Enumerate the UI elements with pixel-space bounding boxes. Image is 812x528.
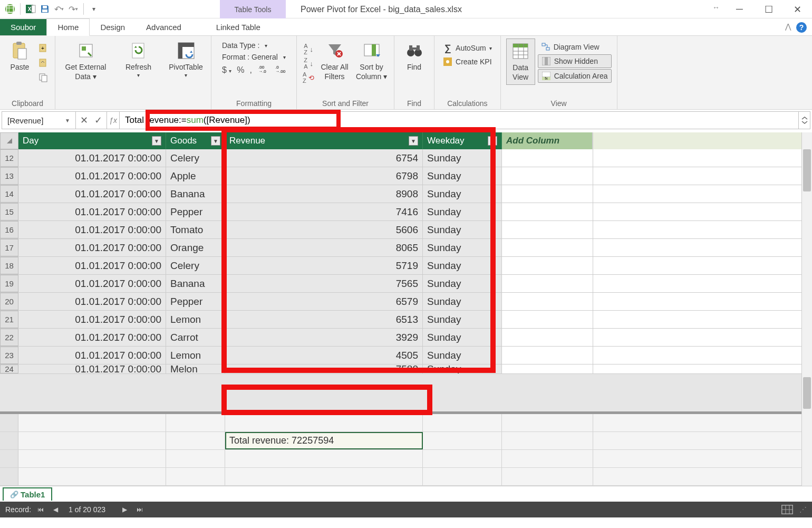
table-row[interactable]: 1501.01.2017 0:00:00Pepper7416Sunday (0, 203, 812, 221)
cell-weekday[interactable]: Sunday (423, 364, 502, 373)
cell-day[interactable]: 01.01.2017 0:00:00 (18, 239, 166, 256)
cell-revenue[interactable]: 6513 (225, 311, 423, 328)
cell-day[interactable]: 01.01.2017 0:00:00 (18, 221, 166, 238)
cell-day[interactable]: 01.01.2017 0:00:00 (18, 293, 166, 310)
cell-goods[interactable]: Carrot (166, 329, 225, 346)
filter-weekday-icon[interactable]: ▼ (488, 136, 497, 146)
redo-icon[interactable]: ↷▾ (67, 3, 79, 15)
cell-add[interactable] (502, 257, 593, 274)
tab-home[interactable]: Home (46, 18, 90, 36)
cell-day[interactable]: 01.01.2017 0:00:00 (18, 275, 166, 292)
cell-revenue[interactable]: 6798 (225, 167, 423, 185)
formula-expand-button[interactable] (798, 112, 810, 129)
row-header[interactable]: 24 (0, 364, 18, 373)
nav-prev-button[interactable]: ◀ (53, 506, 58, 513)
resize-handle-icon[interactable]: ↔ (712, 3, 720, 12)
table-row[interactable]: 2101.01.2017 0:00:00Lemon6513Sunday (0, 311, 812, 329)
cell-revenue[interactable]: 4505 (225, 347, 423, 364)
cell-revenue[interactable]: 7565 (225, 275, 423, 292)
nav-next-button[interactable]: ▶ (122, 506, 127, 513)
save-icon[interactable] (39, 3, 51, 15)
cell-day[interactable]: 01.01.2017 0:00:00 (18, 364, 166, 373)
row-header[interactable]: 13 (0, 167, 18, 185)
cell-goods[interactable]: Celery (166, 257, 225, 274)
cell-weekday[interactable]: Sunday (423, 221, 502, 238)
tab-design[interactable]: Design (90, 19, 136, 35)
table-row[interactable]: 1301.01.2017 0:00:00Apple6798Sunday (0, 167, 812, 185)
filter-goods-icon[interactable]: ▼ (211, 136, 220, 146)
diagram-view-button[interactable]: Diagram View (538, 41, 612, 53)
row-header[interactable]: 23 (0, 347, 18, 364)
currency-button[interactable]: $ ▾ (222, 65, 231, 75)
nav-first-button[interactable]: ⏮ (37, 506, 44, 513)
column-header-weekday[interactable]: Weekday▼ (423, 132, 502, 149)
filter-revenue-icon[interactable]: ▼ (409, 136, 418, 146)
cell-goods[interactable]: Pepper (166, 203, 225, 220)
cell-day[interactable]: 01.01.2017 0:00:00 (18, 203, 166, 220)
qat-customize-icon[interactable]: ▾ (88, 3, 100, 15)
sort-by-column-button[interactable]: Sort by Column ▾ (354, 39, 389, 84)
excel-icon[interactable]: X (25, 3, 36, 15)
cell-add[interactable] (502, 149, 593, 167)
clear-sort-button[interactable]: AZ⟲ (302, 71, 315, 84)
scroll-thumb-calc[interactable] (803, 377, 811, 409)
close-button[interactable]: ✕ (783, 0, 812, 18)
name-box-dropdown-icon[interactable]: ▼ (65, 118, 70, 123)
cell-goods[interactable]: Lemon (166, 311, 225, 328)
pivottable-button[interactable]: PivotTable ▾ (166, 39, 206, 81)
cell-revenue[interactable]: 7580 (225, 364, 423, 373)
formula-input[interactable]: Total revenue:=sum([Revenue]) (120, 112, 798, 129)
cell-goods[interactable]: Orange (166, 239, 225, 256)
cell-day[interactable]: 01.01.2017 0:00:00 (18, 329, 166, 346)
autosum-button[interactable]: ∑ AutoSum ▾ (440, 42, 495, 54)
cell-add[interactable] (502, 185, 593, 203)
cell-add[interactable] (502, 221, 593, 238)
filter-day-icon[interactable]: ▼ (152, 136, 161, 146)
cell-weekday[interactable]: Sunday (423, 167, 502, 185)
cell-revenue[interactable]: 6579 (225, 293, 423, 310)
cell-weekday[interactable]: Sunday (423, 185, 502, 203)
row-header[interactable]: 15 (0, 203, 18, 220)
sheet-tab-table1[interactable]: 🔗 Table1 (3, 487, 52, 501)
paste-replace-icon[interactable] (37, 56, 50, 69)
cell-add[interactable] (502, 311, 593, 328)
cell-add[interactable] (502, 364, 593, 373)
table-row[interactable]: 2401.01.2017 0:00:00Melon7580Sunday (0, 364, 812, 374)
cell-add[interactable] (502, 329, 593, 346)
cell-day[interactable]: 01.01.2017 0:00:00 (18, 347, 166, 364)
table-row[interactable]: 1201.01.2017 0:00:00Celery6754Sunday (0, 149, 812, 167)
percent-button[interactable]: % (237, 65, 244, 75)
table-row[interactable]: 1701.01.2017 0:00:00Orange8065Sunday (0, 239, 812, 257)
fx-icon[interactable]: ƒx (107, 112, 120, 129)
cell-goods[interactable]: Melon (166, 364, 225, 373)
sort-asc-button[interactable]: AZ↓ (302, 43, 315, 55)
row-header[interactable]: 14 (0, 185, 18, 203)
column-header-revenue[interactable]: Revenue▼ (225, 132, 423, 149)
name-box[interactable]: [Revenue] ▼ (2, 112, 76, 129)
cell-revenue[interactable]: 8908 (225, 185, 423, 203)
cell-revenue[interactable]: 6754 (225, 149, 423, 167)
format-dropdown[interactable]: Format : General ▾ (222, 53, 286, 61)
cell-day[interactable]: 01.01.2017 0:00:00 (18, 167, 166, 185)
cell-day[interactable]: 01.01.2017 0:00:00 (18, 257, 166, 274)
show-hidden-button[interactable]: Show Hidden (538, 54, 612, 68)
find-button[interactable]: Find (400, 39, 429, 74)
row-header[interactable]: 20 (0, 293, 18, 310)
cell-goods[interactable]: Banana (166, 275, 225, 292)
cell-add[interactable] (502, 275, 593, 292)
tab-linked-table[interactable]: Linked Table (206, 19, 271, 35)
row-header[interactable]: 16 (0, 221, 18, 238)
undo-icon[interactable]: ↶▾ (53, 3, 65, 15)
cell-weekday[interactable]: Sunday (423, 311, 502, 328)
help-button[interactable]: ? (796, 22, 807, 33)
row-header[interactable]: 18 (0, 257, 18, 274)
data-view-button[interactable]: Data View (506, 39, 535, 85)
select-all-corner[interactable] (0, 132, 18, 149)
cell-add[interactable] (502, 167, 593, 185)
paste-append-icon[interactable]: + (37, 42, 50, 54)
tab-file[interactable]: Soubor (0, 19, 46, 35)
cell-revenue[interactable]: 3929 (225, 329, 423, 346)
cell-goods[interactable]: Celery (166, 149, 225, 167)
cell-weekday[interactable]: Sunday (423, 257, 502, 274)
increase-decimal-button[interactable]: .00→.0 (257, 64, 269, 75)
